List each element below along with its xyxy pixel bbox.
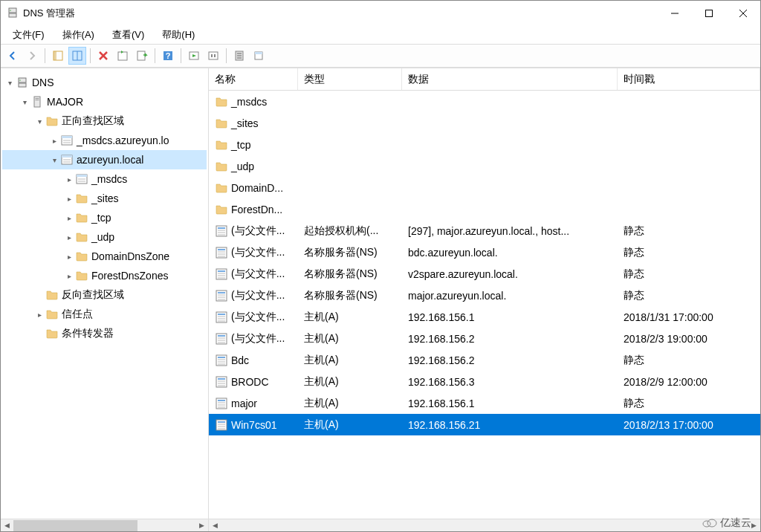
svg-rect-29 — [209, 52, 218, 59]
column-data[interactable]: 数据 — [402, 68, 618, 90]
help-button[interactable]: ? — [159, 47, 177, 65]
record-type: 主机(A) — [298, 354, 402, 367]
maximize-button[interactable] — [692, 1, 726, 26]
svg-rect-20 — [54, 51, 56, 60]
list-row[interactable]: (与父文件...主机(A)192.168.156.12018/1/31 17:0… — [209, 306, 760, 328]
list-row[interactable]: _sites — [209, 112, 760, 134]
expand-icon[interactable]: ▸ — [63, 192, 75, 204]
record-data: 192.168.156.1 — [402, 398, 618, 409]
back-button[interactable] — [4, 47, 22, 65]
menu-file[interactable]: 文件(F) — [4, 27, 54, 43]
column-timestamp[interactable]: 时间戳 — [618, 68, 760, 90]
menu-view[interactable]: 查看(V) — [103, 27, 153, 43]
export-button[interactable] — [133, 47, 151, 65]
record-name: ForestDn... — [231, 204, 282, 215]
tree-sub-udp[interactable]: ▸ _udp — [2, 227, 207, 247]
tree-sub-tcp[interactable]: ▸ _tcp — [2, 208, 207, 227]
record-timestamp: 静态 — [618, 354, 760, 367]
tree-root-dns[interactable]: ▾ DNS — [2, 73, 207, 92]
scroll-right-icon[interactable]: ▶ — [748, 519, 760, 532]
minimize-button[interactable] — [658, 1, 692, 26]
extra-button-1[interactable] — [185, 47, 203, 65]
column-name[interactable]: 名称 — [209, 68, 298, 90]
zone-icon — [60, 153, 74, 166]
tree-sub-domaindns[interactable]: ▸ DomainDnsZone — [2, 247, 207, 266]
list-row[interactable]: (与父文件...主机(A)192.168.156.22018/2/3 19:00… — [209, 328, 760, 349]
record-type: 主机(A) — [298, 332, 402, 346]
expand-icon[interactable]: ▸ — [63, 250, 75, 262]
record-data: v2spare.azureyun.local. — [402, 268, 618, 280]
expand-icon[interactable]: ▸ — [63, 173, 75, 185]
expand-icon[interactable]: ▾ — [33, 115, 45, 127]
tree-server[interactable]: ▾ MAJOR — [2, 92, 207, 111]
record-name: (与父文件... — [231, 289, 285, 302]
tree-sub-sites[interactable]: ▸ _sites — [2, 189, 207, 208]
list-row[interactable]: major主机(A)192.168.156.1静态 — [209, 392, 760, 414]
toolbar: ? — [1, 44, 760, 68]
record-timestamp: 静态 — [618, 246, 760, 259]
list-row[interactable]: Win7cs01主机(A)192.168.156.212018/2/13 17:… — [209, 414, 760, 435]
list-row[interactable]: DomainD... — [209, 177, 760, 198]
expand-icon[interactable]: ▸ — [33, 308, 45, 320]
record-icon — [215, 418, 228, 432]
tree-reverse-zones[interactable]: 反向查找区域 — [2, 285, 207, 305]
expand-icon[interactable]: ▾ — [48, 154, 60, 166]
scroll-left-icon[interactable]: ◀ — [209, 519, 221, 532]
tree-sub-forestdns[interactable]: ▸ ForestDnsZones — [2, 266, 207, 285]
delete-button[interactable] — [94, 47, 112, 65]
record-type: 名称服务器(NS) — [298, 267, 402, 281]
list-body[interactable]: _msdcs_sites_tcp_udpDomainD...ForestDn..… — [209, 91, 760, 531]
folder-icon — [75, 250, 88, 263]
scroll-right-icon[interactable]: ▶ — [195, 519, 208, 532]
tree-scrollbar-horizontal[interactable]: ◀ ▶ — [1, 519, 208, 531]
list-row[interactable]: Bdc主机(A)192.168.156.2静态 — [209, 349, 760, 371]
record-data: 192.168.156.3 — [402, 376, 618, 388]
record-type: 主机(A) — [298, 311, 402, 324]
folder-icon — [45, 114, 59, 128]
column-type[interactable]: 类型 — [298, 68, 402, 90]
record-timestamp: 2018/2/13 17:00:00 — [618, 419, 760, 431]
list-scrollbar-horizontal[interactable]: ◀ ▶ — [209, 519, 760, 531]
list-row[interactable]: (与父文件...名称服务器(NS)major.azureyun.local.静态 — [209, 285, 760, 306]
record-type: 名称服务器(NS) — [298, 246, 402, 259]
list-row[interactable]: _msdcs — [209, 91, 760, 112]
filter-button[interactable] — [230, 47, 248, 65]
tree-trust-points[interactable]: ▸ 信任点 — [2, 305, 207, 324]
tree-panel[interactable]: ▾ DNS ▾ MAJOR ▾ 正向查找区域 ▸ _msdcs.azureyun… — [1, 68, 209, 531]
tree-zone-msdcs[interactable]: ▸ _msdcs.azureyun.lo — [2, 131, 207, 150]
list-row[interactable]: (与父文件...起始授权机构(...[297], major.azureyun.… — [209, 220, 760, 241]
expand-icon[interactable]: ▸ — [63, 270, 75, 282]
window-title: DNS 管理器 — [23, 7, 75, 20]
expand-icon[interactable]: ▸ — [48, 134, 60, 146]
scroll-left-icon[interactable]: ◀ — [1, 519, 13, 532]
record-name: (与父文件... — [231, 311, 285, 324]
extra-button-2[interactable] — [204, 47, 222, 65]
record-data: 192.168.156.2 — [402, 333, 618, 345]
close-button[interactable] — [726, 1, 760, 26]
record-data: major.azureyun.local. — [402, 290, 618, 302]
expand-icon[interactable]: ▸ — [63, 231, 75, 243]
record-timestamp: 静态 — [618, 267, 760, 281]
forward-button[interactable] — [23, 47, 41, 65]
list-row[interactable]: _tcp — [209, 134, 760, 155]
scroll-thumb[interactable] — [13, 520, 137, 531]
tree-cond-forwarders[interactable]: 条件转发器 — [2, 324, 207, 343]
refresh-button[interactable] — [114, 47, 132, 65]
menu-action[interactable]: 操作(A) — [54, 27, 103, 43]
properties-pane-button[interactable] — [68, 47, 86, 65]
expand-icon[interactable]: ▾ — [19, 96, 30, 108]
tree-sub-msdcs[interactable]: ▸ _msdcs — [2, 169, 207, 189]
new-window-button[interactable] — [250, 47, 268, 65]
folder-icon — [75, 192, 88, 205]
tree-zone-azureyun[interactable]: ▾ azureyun.local — [2, 150, 207, 169]
list-row[interactable]: ForestDn... — [209, 198, 760, 220]
show-tree-button[interactable] — [49, 47, 67, 65]
list-row[interactable]: _udp — [209, 155, 760, 177]
expand-icon[interactable]: ▾ — [4, 77, 16, 88]
tree-forward-zones[interactable]: ▾ 正向查找区域 — [2, 111, 207, 131]
list-row[interactable]: (与父文件...名称服务器(NS)v2spare.azureyun.local.… — [209, 263, 760, 285]
list-row[interactable]: BRODC主机(A)192.168.156.32018/2/9 12:00:00 — [209, 371, 760, 392]
expand-icon[interactable]: ▸ — [63, 212, 75, 224]
menu-help[interactable]: 帮助(H) — [153, 27, 204, 43]
list-row[interactable]: (与父文件...名称服务器(NS)bdc.azureyun.local.静态 — [209, 241, 760, 263]
